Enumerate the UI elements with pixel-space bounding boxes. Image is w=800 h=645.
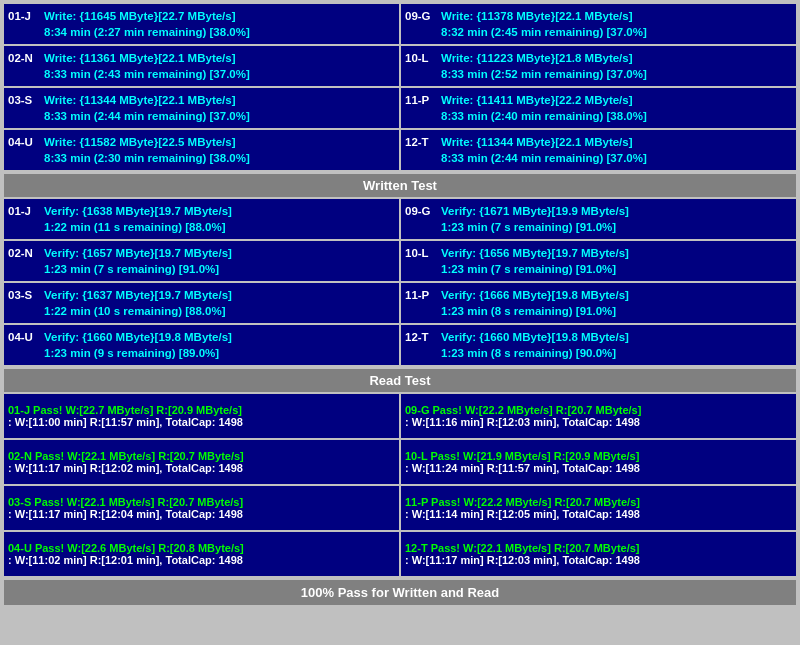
cell-04-u: 04-UVerify: {1660 MByte}[19.8 MByte/s]1:… [4, 325, 399, 365]
verify-grid: 01-JVerify: {1638 MByte}[19.7 MByte/s]1:… [4, 199, 796, 365]
pass-section: 01-J Pass! W:[22.7 MByte/s] R:[20.9 MByt… [4, 394, 796, 576]
pass-cell-03-s: 03-S Pass! W:[22.1 MByte/s] R:[20.7 MByt… [4, 486, 399, 530]
write-section: 01-JWrite: {11645 MByte}[22.7 MByte/s]8:… [4, 4, 796, 197]
pass-cell-12-t: 12-T Pass! W:[22.1 MByte/s] R:[20.7 MByt… [401, 532, 796, 576]
cell-11-p: 11-PWrite: {11411 MByte}[22.2 MByte/s]8:… [401, 88, 796, 128]
written-test-header: Written Test [4, 174, 796, 197]
verify-section: 01-JVerify: {1638 MByte}[19.7 MByte/s]1:… [4, 199, 796, 392]
footer-bar: 100% Pass for Written and Read [4, 580, 796, 605]
main-container: 01-JWrite: {11645 MByte}[22.7 MByte/s]8:… [0, 0, 800, 609]
pass-grid: 01-J Pass! W:[22.7 MByte/s] R:[20.9 MByt… [4, 394, 796, 576]
pass-cell-01-j: 01-J Pass! W:[22.7 MByte/s] R:[20.9 MByt… [4, 394, 399, 438]
cell-10-l: 10-LVerify: {1656 MByte}[19.7 MByte/s]1:… [401, 241, 796, 281]
cell-11-p: 11-PVerify: {1666 MByte}[19.8 MByte/s]1:… [401, 283, 796, 323]
pass-cell-10-l: 10-L Pass! W:[21.9 MByte/s] R:[20.9 MByt… [401, 440, 796, 484]
pass-cell-09-g: 09-G Pass! W:[22.2 MByte/s] R:[20.7 MByt… [401, 394, 796, 438]
cell-09-g: 09-GVerify: {1671 MByte}[19.9 MByte/s]1:… [401, 199, 796, 239]
cell-01-j: 01-JVerify: {1638 MByte}[19.7 MByte/s]1:… [4, 199, 399, 239]
cell-09-g: 09-GWrite: {11378 MByte}[22.1 MByte/s]8:… [401, 4, 796, 44]
cell-02-n: 02-NVerify: {1657 MByte}[19.7 MByte/s]1:… [4, 241, 399, 281]
cell-12-t: 12-TVerify: {1660 MByte}[19.8 MByte/s]1:… [401, 325, 796, 365]
cell-03-s: 03-SVerify: {1637 MByte}[19.7 MByte/s]1:… [4, 283, 399, 323]
pass-cell-11-p: 11-P Pass! W:[22.2 MByte/s] R:[20.7 MByt… [401, 486, 796, 530]
cell-10-l: 10-LWrite: {11223 MByte}[21.8 MByte/s]8:… [401, 46, 796, 86]
read-test-header: Read Test [4, 369, 796, 392]
cell-01-j: 01-JWrite: {11645 MByte}[22.7 MByte/s]8:… [4, 4, 399, 44]
cell-04-u: 04-UWrite: {11582 MByte}[22.5 MByte/s]8:… [4, 130, 399, 170]
cell-03-s: 03-SWrite: {11344 MByte}[22.1 MByte/s]8:… [4, 88, 399, 128]
cell-12-t: 12-TWrite: {11344 MByte}[22.1 MByte/s]8:… [401, 130, 796, 170]
cell-02-n: 02-NWrite: {11361 MByte}[22.1 MByte/s]8:… [4, 46, 399, 86]
pass-cell-02-n: 02-N Pass! W:[22.1 MByte/s] R:[20.7 MByt… [4, 440, 399, 484]
write-grid: 01-JWrite: {11645 MByte}[22.7 MByte/s]8:… [4, 4, 796, 170]
pass-cell-04-u: 04-U Pass! W:[22.6 MByte/s] R:[20.8 MByt… [4, 532, 399, 576]
